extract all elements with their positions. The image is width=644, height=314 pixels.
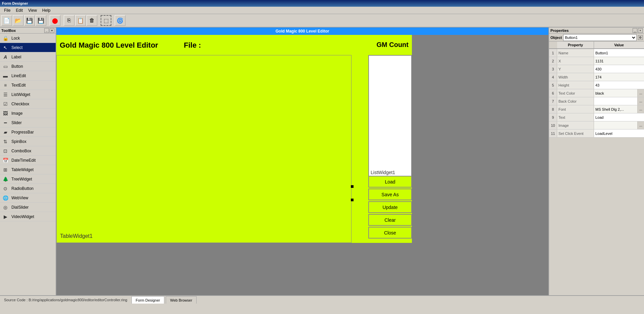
toolbox-lineedit-label: LineEdit — [11, 73, 26, 78]
menu-edit[interactable]: Edit — [13, 7, 25, 13]
toolbox-item-lineedit[interactable]: ▬ LineEdit — [0, 71, 56, 81]
toolbox-item-listwidget[interactable]: ☰ ListWidget — [0, 90, 56, 99]
toolbox-panel: ToolBox _ × 🔒 Lock ↖ Select A Label ▭ Bu… — [0, 28, 56, 295]
canvas-close-button[interactable]: Close — [368, 227, 412, 239]
props-row-val-4[interactable]: 174 — [594, 73, 644, 81]
toolbox-item-webview[interactable]: 🌐 WebView — [0, 193, 56, 203]
toolbox-item-image[interactable]: 🖼 Image — [0, 109, 56, 118]
props-row-btn-6[interactable]: ... — [637, 89, 644, 97]
props-row-val-6[interactable]: black — [594, 89, 637, 97]
props-object-settings-btn[interactable]: ⚙ — [638, 35, 643, 40]
canvas-saveas-button[interactable]: Save As — [368, 189, 412, 200]
toolbox-item-button[interactable]: ▭ Button — [0, 62, 56, 71]
props-row-val-8[interactable]: MS Shell Dlg 2,... — [594, 105, 637, 113]
props-object-label: Object — [550, 36, 562, 40]
props-row-val-10[interactable] — [594, 121, 637, 129]
canvas-list-widget[interactable]: ListWidget1 — [368, 55, 412, 179]
toolbox-item-spinbox[interactable]: ⇅ SpinBox — [0, 137, 56, 146]
props-row-val-2[interactable]: 1131 — [594, 57, 644, 65]
props-row-btn-10[interactable]: ... — [637, 121, 644, 129]
web-browser-tab[interactable]: Web Browser — [166, 296, 197, 304]
canvas-gm-count-label: GM Count — [376, 41, 409, 49]
copy-button[interactable]: ⎘ — [64, 15, 74, 26]
props-row-prop-1: Name — [557, 49, 594, 57]
props-row-num-6: 6 — [549, 89, 557, 97]
props-row-val-1[interactable]: Button1 — [594, 49, 644, 57]
stop-button[interactable]: ⬤ — [50, 15, 60, 26]
props-row-val-11[interactable]: LoadLevel — [594, 129, 644, 137]
toolbox-item-slider[interactable]: ━ Slider — [0, 118, 56, 127]
main-layout: ToolBox _ × 🔒 Lock ↖ Select A Label ▭ Bu… — [0, 28, 644, 295]
toolbox-radiobutton-label: RadioButton — [11, 186, 34, 191]
open-button[interactable]: 📂 — [13, 15, 23, 26]
canvas-load-button[interactable]: Load — [368, 176, 412, 188]
canvas-scroll-area[interactable]: Gold Magic 800 Level Editor File : GM Co… — [56, 35, 548, 295]
props-object-select[interactable]: Button1 — [563, 34, 637, 41]
toolbox-spinbox-label: SpinBox — [11, 139, 26, 144]
props-row-val-3[interactable]: 430 — [594, 65, 644, 73]
toolbox-item-label[interactable]: A Label — [0, 52, 56, 62]
toolbox-item-dialslider[interactable]: ◎ DialSlider — [0, 203, 56, 212]
toolbox-treewidget-label: TreeWidget — [11, 177, 32, 181]
props-minimize-btn[interactable]: _ — [633, 28, 637, 33]
resize-handle-1[interactable] — [351, 185, 354, 188]
toolbox-item-textedit[interactable]: ≡ TextEdit — [0, 81, 56, 90]
props-row-8: 8FontMS Shell Dlg 2,...... — [549, 105, 644, 113]
props-row-btn-7[interactable]: ... — [637, 97, 644, 105]
toolbox-item-checkbox[interactable]: ☑ Checkbox — [0, 99, 56, 109]
toolbox-scroll[interactable]: 🔒 Lock ↖ Select A Label ▭ Button ▬ LineE… — [0, 34, 56, 295]
toolbox-item-tablewidget[interactable]: ⊞ TableWidget — [0, 165, 56, 174]
save-button[interactable]: 💾 — [24, 15, 35, 26]
canvas-form[interactable]: Gold Magic 800 Level Editor File : GM Co… — [56, 35, 412, 243]
toolbox-webview-label: WebView — [11, 196, 28, 200]
form-designer-tab[interactable]: Form Designer — [131, 296, 165, 304]
toolbox-item-progressbar[interactable]: ▰ ProgressBar — [0, 127, 56, 137]
toolbox-item-lock[interactable]: 🔒 Lock — [0, 34, 56, 43]
delete-button[interactable]: 🗑 — [87, 15, 97, 26]
canvas-update-button[interactable]: Update — [368, 201, 412, 213]
toolbox-combobox-label: ComboBox — [11, 149, 31, 153]
menu-help[interactable]: Help — [40, 7, 53, 13]
save2-button[interactable]: 💾 — [36, 15, 46, 26]
toolbox-item-datetimeedit[interactable]: 📅 DateTimeEdit — [0, 156, 56, 165]
props-row-num-11: 11 — [549, 129, 557, 137]
toolbox-close-btn[interactable]: × — [50, 28, 54, 33]
toolbox-item-combobox[interactable]: ⊡ ComboBox — [0, 146, 56, 156]
props-row-7: 7Back Color... — [549, 97, 644, 105]
treewidget-icon: 🌲 — [2, 176, 9, 182]
props-row-10: 10Image... — [549, 121, 644, 129]
properties-table: 1NameButton12X11313Y4304Width1745Height4… — [549, 49, 644, 295]
toolbox-item-select[interactable]: ↖ Select — [0, 43, 56, 52]
props-row-val-9[interactable]: Load — [594, 113, 644, 121]
props-num-col-header — [549, 42, 557, 48]
resize-handle-2[interactable] — [351, 199, 354, 201]
props-row-num-7: 7 — [549, 97, 557, 105]
menu-view[interactable]: View — [25, 7, 40, 13]
select-button[interactable]: ⬚ — [101, 15, 111, 26]
props-row-num-8: 8 — [549, 105, 557, 113]
toolbox-videowidget-label: VideoWidget — [11, 214, 34, 219]
props-close-btn[interactable]: × — [638, 28, 643, 33]
toolbox-label-label: Label — [11, 55, 21, 59]
new-button[interactable]: 📄 — [1, 15, 12, 26]
toolbox-datetimeedit-label: DateTimeEdit — [11, 158, 36, 163]
menu-file[interactable]: File — [1, 7, 13, 13]
button-icon: ▭ — [2, 64, 9, 69]
canvas-table-widget[interactable]: TableWidget1 — [56, 55, 352, 243]
spinbox-icon: ⇅ — [2, 139, 9, 144]
toolbox-item-videowidget[interactable]: ▶ VideoWidget — [0, 212, 56, 221]
dialslider-icon: ◎ — [2, 205, 9, 210]
textedit-icon: ≡ — [2, 83, 9, 88]
props-row-prop-7: Back Color — [557, 97, 594, 105]
toolbox-minimize-btn[interactable]: _ — [44, 28, 49, 33]
toolbox-item-radiobutton[interactable]: ⊙ RadioButton — [0, 184, 56, 193]
props-row-val-5[interactable]: 43 — [594, 81, 644, 89]
props-row-btn-8[interactable]: ... — [637, 105, 644, 113]
toolbox-item-treewidget[interactable]: 🌲 TreeWidget — [0, 174, 56, 184]
canvas-area[interactable]: Gold Magic 800 Level Editor Gold Magic 8… — [56, 28, 548, 295]
props-row-val-7[interactable] — [594, 97, 637, 105]
paste-button[interactable]: 📋 — [75, 15, 86, 26]
toolbox-tablewidget-label: TableWidget — [11, 167, 34, 172]
canvas-clear-button[interactable]: Clear — [368, 214, 412, 226]
run-button[interactable]: 🌀 — [115, 15, 125, 26]
